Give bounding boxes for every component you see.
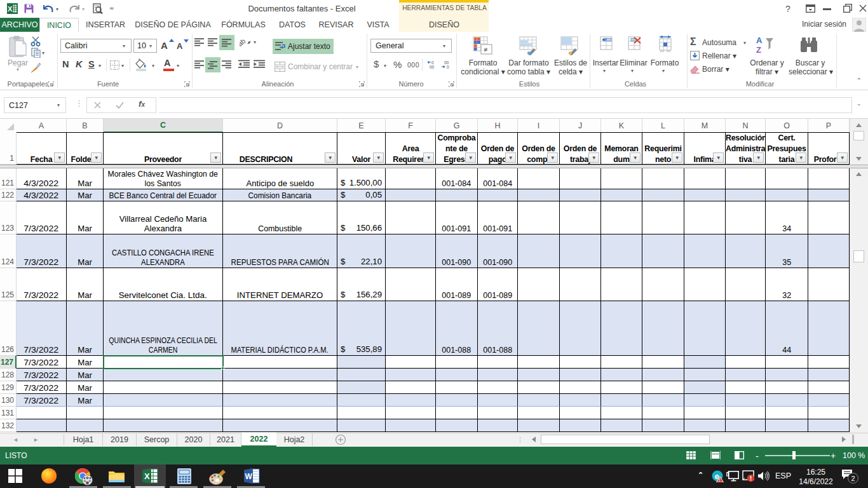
svg-text:!: ! [719,478,720,482]
svg-text:X: X [144,471,150,481]
svg-text:W: W [245,472,253,481]
svg-text:00: 00 [430,65,435,69]
svg-text:X: X [8,5,13,13]
svg-text:0: 0 [447,65,449,69]
svg-text:≠: ≠ [484,46,487,53]
svg-text:ab: ab [240,37,247,47]
svg-text:00: 00 [444,60,449,65]
svg-text:0: 0 [431,60,434,65]
svg-text:A: A [756,36,763,45]
svg-text:Z: Z [756,45,761,55]
